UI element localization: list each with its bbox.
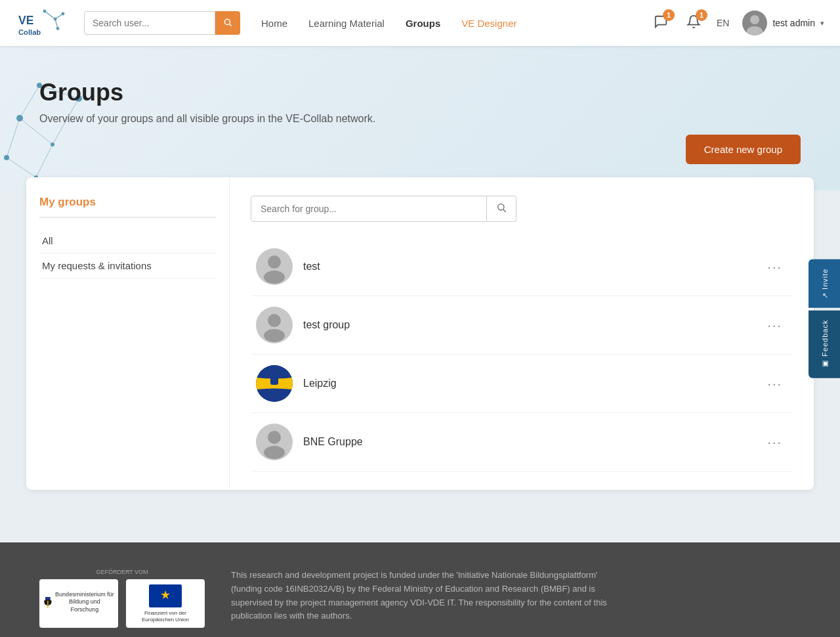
sidebar-item-all[interactable]: All <box>39 229 216 253</box>
footer-logos: GEFÖRDERT VOM Bundesministerium für Bild… <box>39 569 205 628</box>
group-avatar-leipzig <box>256 365 293 402</box>
svg-point-30 <box>268 255 281 269</box>
side-actions: ↗ Invite ▣ Feedback <box>808 259 840 378</box>
logo[interactable]: VE Collab <box>16 7 68 39</box>
group-search-input[interactable] <box>251 196 487 222</box>
search-area <box>84 11 240 35</box>
svg-line-24 <box>36 144 52 177</box>
svg-text:★: ★ <box>160 588 171 602</box>
search-user-input[interactable] <box>84 11 215 35</box>
group-item: test group ··· <box>251 296 793 355</box>
svg-rect-36 <box>270 373 278 385</box>
svg-point-33 <box>268 314 281 327</box>
svg-point-5 <box>43 10 47 13</box>
group-name-test[interactable]: test <box>303 261 751 273</box>
search-user-button[interactable] <box>215 11 240 35</box>
feedback-button[interactable]: ▣ Feedback <box>808 311 840 378</box>
group-item: Leipzig ··· <box>251 355 793 413</box>
svg-point-6 <box>54 18 57 21</box>
svg-text:Collab: Collab <box>18 28 41 36</box>
group-more-button-test[interactable]: ··· <box>762 257 788 277</box>
group-avatar-testgroup <box>256 307 293 343</box>
groups-panel: test ··· test group ··· <box>230 177 814 490</box>
svg-point-12 <box>750 15 759 24</box>
user-name-label: test admin <box>772 18 815 28</box>
group-avatar-test <box>256 248 293 285</box>
user-menu[interactable]: test admin ▾ <box>742 11 824 35</box>
user-menu-caret: ▾ <box>820 19 824 28</box>
page-title: Groups <box>39 79 801 106</box>
group-name-testgroup[interactable]: test group <box>303 319 751 331</box>
svg-line-10 <box>230 24 232 26</box>
svg-point-40 <box>264 446 285 459</box>
group-search-button[interactable] <box>487 196 516 222</box>
notifications-button[interactable]: 1 <box>684 12 704 35</box>
svg-point-31 <box>264 271 285 284</box>
svg-point-37 <box>272 369 277 374</box>
nav-groups[interactable]: Groups <box>406 18 440 29</box>
svg-point-16 <box>4 155 9 160</box>
group-more-button-testgroup[interactable]: ··· <box>762 315 788 336</box>
sidebar-title: My groups <box>39 196 216 218</box>
group-avatar-bne <box>256 424 293 460</box>
create-group-area: Create new group <box>686 135 801 164</box>
main-bg: My groups All My requests & invitations <box>0 190 840 542</box>
sidebar: My groups All My requests & invitations <box>26 177 230 490</box>
svg-point-34 <box>264 329 285 342</box>
nav-links: Home Learning Material Groups VE Designe… <box>261 18 651 29</box>
create-new-group-button[interactable]: Create new group <box>686 135 801 164</box>
navbar: VE Collab Home Learning Material Groups … <box>0 0 840 46</box>
hero-section: Groups Overview of your groups and all v… <box>0 46 840 190</box>
nav-learning-material[interactable]: Learning Material <box>308 18 385 29</box>
group-name-leipzig[interactable]: Leipzig <box>303 378 751 389</box>
svg-point-9 <box>224 19 230 24</box>
svg-point-27 <box>498 204 504 210</box>
bmbf-label: Bundesministerium für Bildung und Forsch… <box>55 591 115 614</box>
group-more-button-bne[interactable]: ··· <box>762 432 788 452</box>
bmbf-logo: Bundesministerium für Bildung und Forsch… <box>39 579 118 628</box>
eu-logo: ★ Finanziert von der Europäischen Union <box>126 579 205 628</box>
svg-text:VE: VE <box>18 14 34 27</box>
svg-point-17 <box>51 143 54 146</box>
eu-label: Finanziert von der Europäischen Union <box>134 610 197 623</box>
svg-point-7 <box>62 12 65 16</box>
invite-button[interactable]: ↗ Invite <box>808 259 840 308</box>
messages-button[interactable]: 1 <box>651 12 671 35</box>
nav-home[interactable]: Home <box>261 18 287 29</box>
group-more-button-leipzig[interactable]: ··· <box>762 374 788 394</box>
footer-description: This research and development project is… <box>231 569 612 623</box>
group-search-row <box>251 196 793 222</box>
notifications-badge: 1 <box>696 9 707 21</box>
funded-label: GEFÖRDERT VOM <box>39 569 205 575</box>
sidebar-item-requests[interactable]: My requests & invitations <box>39 253 216 278</box>
content-card: My groups All My requests & invitations <box>26 177 814 490</box>
user-avatar <box>742 11 767 35</box>
svg-line-20 <box>20 85 39 118</box>
group-name-bne[interactable]: BNE Gruppe <box>303 436 751 448</box>
group-list: test ··· test group ··· <box>251 238 793 472</box>
nav-icons: 1 1 EN test admin ▾ <box>651 11 824 35</box>
svg-line-21 <box>7 118 20 158</box>
page-subtitle: Overview of your groups and all visible … <box>39 113 801 125</box>
svg-line-25 <box>7 158 36 177</box>
footer: GEFÖRDERT VOM Bundesministerium für Bild… <box>0 542 840 637</box>
group-item: test ··· <box>251 238 793 296</box>
svg-point-14 <box>16 115 23 121</box>
group-item: BNE Gruppe ··· <box>251 413 793 472</box>
svg-point-39 <box>268 431 281 444</box>
svg-point-8 <box>56 27 60 30</box>
nav-ve-designer[interactable]: VE Designer <box>461 18 516 29</box>
svg-line-2 <box>45 11 55 19</box>
svg-line-28 <box>503 209 506 212</box>
language-selector[interactable]: EN <box>717 18 729 28</box>
messages-badge: 1 <box>663 9 675 21</box>
